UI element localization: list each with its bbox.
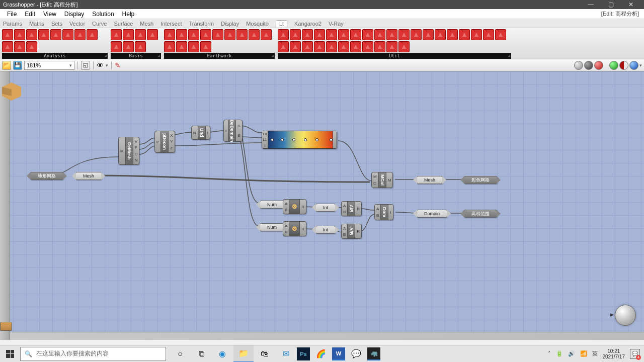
display-mode-shaded[interactable]	[594, 61, 603, 70]
ribbon-tool-icon[interactable]	[314, 41, 325, 52]
ribbon-tool-icon[interactable]	[2, 41, 13, 52]
preview-selected[interactable]	[619, 61, 628, 70]
param-num-1[interactable]: Num	[260, 201, 284, 209]
ribbon-tool-icon[interactable]	[326, 29, 337, 40]
ribbon-tool-icon[interactable]	[14, 41, 25, 52]
component-gradient[interactable]: L0 L1 t	[262, 131, 337, 149]
ribbon-tool-icon[interactable]	[87, 29, 98, 40]
component-bnd[interactable]: N Bnd I	[191, 126, 210, 140]
ribbon-tool-icon[interactable]	[188, 41, 199, 52]
tray-chevron-icon[interactable]: ˄	[548, 350, 551, 357]
component-ab-2[interactable]: AB A/B R	[341, 224, 362, 239]
ribbon-tool-icon[interactable]	[435, 29, 446, 40]
ribbon-tool-icon[interactable]	[302, 41, 313, 52]
ribbon-tool-icon[interactable]	[278, 41, 289, 52]
param-input-mesh-cn[interactable]: 地形网格	[30, 172, 63, 180]
gradient-stop-handle[interactable]	[304, 138, 307, 141]
taskbar-search-input[interactable]: 🔍 在这里输入你要搜索的内容	[20, 347, 166, 361]
ribbon-label-earthwork[interactable]: Earthwork	[164, 53, 275, 59]
taskbar-chrome-icon[interactable]: 🌈	[311, 345, 331, 363]
tray-ime-label[interactable]: 英	[592, 350, 598, 357]
ribbon-tool-icon[interactable]	[483, 29, 494, 40]
ribbon-tool-icon[interactable]	[14, 29, 25, 40]
taskbar-word-icon[interactable]: W	[332, 347, 345, 360]
ribbon-tool-icon[interactable]	[471, 29, 482, 40]
taskbar-explorer-icon[interactable]: 📁	[233, 345, 254, 363]
zoom-input[interactable]: 181%	[24, 61, 74, 70]
ribbon-tool-icon[interactable]	[261, 29, 272, 40]
ribbon-tool-icon[interactable]	[350, 29, 361, 40]
zoom-extents-button[interactable]: ◱	[81, 61, 90, 70]
ribbon-tool-icon[interactable]	[26, 29, 37, 40]
tab-vray[interactable]: V-Ray	[329, 21, 344, 27]
ribbon-tool-icon[interactable]	[111, 41, 122, 52]
component-mcol[interactable]: MC MCol M	[371, 172, 393, 188]
ribbon-tool-icon[interactable]	[290, 29, 301, 40]
tab-lt[interactable]: Lt	[276, 20, 287, 27]
ribbon-tool-icon[interactable]	[249, 29, 260, 40]
ribbon-tool-icon[interactable]	[123, 41, 134, 52]
display-mode-grey[interactable]	[574, 61, 583, 70]
ribbon-tool-icon[interactable]	[236, 29, 248, 40]
ribbon-tool-icon[interactable]	[278, 29, 289, 40]
param-mesh-out[interactable]: Mesh	[417, 176, 443, 184]
ribbon-tool-icon[interactable]	[74, 29, 86, 40]
gradient-stop-handle[interactable]	[271, 138, 274, 141]
ribbon-tool-icon[interactable]	[26, 41, 37, 52]
ribbon-tool-icon[interactable]	[200, 29, 211, 40]
tab-mosquito[interactable]: Mosquito	[246, 21, 269, 27]
tray-notifications-icon[interactable]: 💬	[630, 349, 640, 359]
start-button[interactable]	[0, 345, 20, 363]
taskbar-wechat-icon[interactable]: 💬	[346, 345, 366, 363]
param-domain-out[interactable]: Domain	[417, 210, 447, 218]
component-demesh[interactable]: M DeMesh VFCN	[118, 137, 139, 165]
preview-toggle-icon[interactable]: 👁	[97, 61, 104, 69]
ribbon-tool-icon[interactable]	[38, 29, 49, 40]
ribbon-tool-icon[interactable]	[50, 29, 61, 40]
tab-mesh[interactable]: Mesh	[140, 21, 153, 27]
menu-display[interactable]: Display	[60, 10, 88, 19]
ribbon-tool-icon[interactable]	[314, 29, 325, 40]
canvas[interactable]: 地形网格 Mesh Num Num Int Int Mesh Domain 彩色…	[0, 71, 644, 340]
tab-curve[interactable]: Curve	[92, 21, 107, 27]
close-button[interactable]: ✕	[621, 0, 641, 9]
ribbon-tool-icon[interactable]	[176, 29, 187, 40]
ribbon-tool-icon[interactable]	[459, 29, 470, 40]
taskbar-cortana-icon[interactable]: ○	[170, 345, 190, 363]
ribbon-tool-icon[interactable]	[188, 29, 199, 40]
tray-wifi-icon[interactable]: 📶	[580, 350, 587, 357]
tab-kangaroo2[interactable]: Kangaroo2	[294, 21, 321, 27]
ribbon-tool-icon[interactable]	[2, 29, 13, 40]
gradient-stop-handle[interactable]	[292, 138, 295, 141]
component-dom[interactable]: AB Dom I	[374, 204, 393, 220]
ribbon-tool-icon[interactable]	[447, 29, 458, 40]
ribbon-tool-icon[interactable]	[398, 29, 410, 40]
ribbon-tool-icon[interactable]	[338, 41, 349, 52]
ribbon-tool-icon[interactable]	[302, 29, 313, 40]
tray-volume-icon[interactable]: 🔊	[568, 350, 575, 357]
tab-display[interactable]: Display	[221, 21, 239, 27]
ribbon-tool-icon[interactable]	[164, 41, 175, 52]
tray-battery-icon[interactable]: 🔋	[556, 350, 563, 357]
preview-mesh[interactable]	[629, 61, 638, 70]
tab-intersect[interactable]: Intersect	[160, 21, 182, 27]
ribbon-tool-icon[interactable]	[62, 29, 73, 40]
gradient-stop-handle[interactable]	[315, 138, 318, 141]
open-file-button[interactable]: 📂	[2, 61, 11, 70]
ribbon-tool-icon[interactable]	[290, 41, 301, 52]
ribbon-tool-icon[interactable]	[200, 41, 211, 52]
ribbon-label-util[interactable]: Util	[278, 53, 511, 59]
package-box-icon[interactable]	[2, 82, 21, 101]
taskbar-photoshop-icon[interactable]: Ps	[297, 347, 310, 360]
ribbon-tool-icon[interactable]	[423, 29, 434, 40]
ribbon-tool-icon[interactable]	[495, 29, 506, 40]
ribbon-label-analysis[interactable]: Analysis	[2, 53, 108, 59]
ribbon-tool-icon[interactable]	[411, 29, 422, 40]
param-domain-result-cn[interactable]: 高程范围	[464, 210, 497, 218]
tab-transform[interactable]: Transform	[189, 21, 214, 27]
ribbon-tool-icon[interactable]	[374, 29, 385, 40]
menu-file[interactable]: File	[3, 10, 21, 19]
ribbon-tool-icon[interactable]	[224, 29, 235, 40]
ribbon-tool-icon[interactable]	[386, 41, 397, 52]
param-mesh-result-cn[interactable]: 彩色网格	[464, 176, 497, 184]
